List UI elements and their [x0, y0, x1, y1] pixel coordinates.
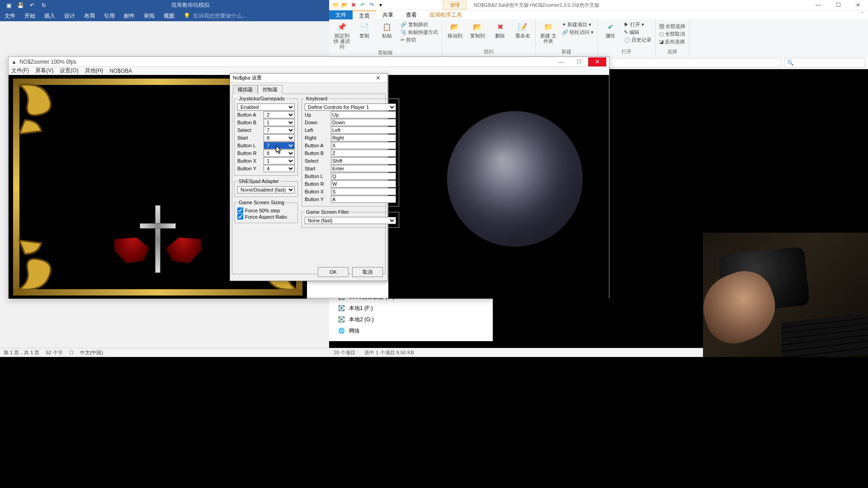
copyto-button[interactable]: 📂复制到: [468, 21, 486, 38]
kb-select-input[interactable]: [331, 157, 396, 164]
open-button[interactable]: ▶ 打开 ▾: [624, 21, 644, 28]
invert-selection-button[interactable]: ◪ 反向选择: [659, 38, 685, 45]
joy-button b-select[interactable]: 1: [264, 119, 295, 126]
explorer-share-tab[interactable]: 共享: [376, 10, 400, 19]
joy-label: Button B: [237, 120, 262, 125]
kb-button x-input[interactable]: [331, 188, 396, 195]
ribbon-collapse-icon[interactable]: ˄: [856, 10, 868, 19]
undo-icon[interactable]: ↶: [28, 1, 36, 9]
newfolder-button[interactable]: 📁新建 文件夹: [539, 21, 557, 44]
word-tab[interactable]: 插入: [40, 10, 60, 22]
word-tab[interactable]: 视图: [159, 10, 179, 22]
tab-emulator[interactable]: 模拟器: [233, 85, 258, 94]
minimize-button[interactable]: —: [552, 57, 570, 66]
explorer-apptools-tab[interactable]: 应用程序工具: [423, 10, 468, 19]
word-tell-me[interactable]: 💡 告诉我您想要做什么…: [184, 12, 247, 20]
redo-icon[interactable]: ↻: [40, 1, 48, 9]
edit-button[interactable]: ✎ 编辑: [624, 29, 639, 36]
drive-item[interactable]: 💽本地2 (G:): [329, 314, 493, 325]
close-button[interactable]: ✕: [848, 0, 868, 10]
joystick-enabled-select[interactable]: Enabled: [237, 103, 295, 111]
menu-nogba[interactable]: NO$GBA: [109, 68, 132, 74]
delete-icon[interactable]: ✖: [350, 1, 357, 9]
easy-access-button[interactable]: 🔗 轻松访问 ▾: [562, 29, 594, 36]
status-words: 52 个字: [46, 349, 62, 356]
screen-filter-legend: Game Screen Filter: [305, 209, 350, 215]
joy-button r-select[interactable]: 8: [264, 150, 295, 157]
copy-button[interactable]: 📄复制: [355, 21, 373, 49]
joy-start-select[interactable]: 8: [264, 134, 295, 141]
nozoomer-titlebar[interactable]: ▲ NO$Zoomer 100% 0fps — ☐ ✕: [9, 57, 609, 67]
cancel-button[interactable]: 取消: [352, 267, 383, 277]
force-aspect-checkbox[interactable]: Force Aspect Ratio: [237, 214, 295, 220]
snespad-select[interactable]: None/Disabled (fast): [237, 186, 295, 193]
define-controls-select[interactable]: Define Controls for Player 1: [305, 103, 396, 111]
kb-button l-input[interactable]: [331, 173, 396, 180]
joy-label: Start: [237, 135, 262, 141]
select-none-button[interactable]: ▢ 全部取消: [659, 31, 685, 38]
cut-button[interactable]: ✂ 剪切: [401, 37, 416, 43]
moveto-icon: 📂: [449, 21, 460, 32]
properties-button[interactable]: ✔属性: [601, 21, 619, 43]
kb-right-input[interactable]: [331, 134, 396, 141]
menu-other[interactable]: 其他(H): [85, 67, 104, 75]
joy-button y-select[interactable]: 4: [264, 165, 295, 172]
word-tab[interactable]: 文件: [0, 10, 20, 22]
copy-path-button[interactable]: 🔗 复制路径: [401, 21, 428, 28]
kb-left-input[interactable]: [331, 127, 396, 134]
kb-button r-input[interactable]: [331, 180, 396, 188]
screen-filter-select[interactable]: None (fast): [305, 217, 396, 224]
explorer-file-tab[interactable]: 文件: [329, 10, 353, 19]
tab-controller[interactable]: 控制器: [258, 85, 283, 94]
kb-button b-input[interactable]: [331, 150, 396, 157]
dialog-close-button[interactable]: ✕: [371, 75, 385, 81]
kb-up-input[interactable]: [331, 111, 396, 118]
minimize-button[interactable]: —: [808, 0, 828, 10]
maximize-button[interactable]: ☐: [570, 57, 588, 66]
paste-shortcut-button[interactable]: 📎 粘贴快捷方式: [401, 29, 438, 36]
menu-file[interactable]: 文件(F): [11, 67, 29, 75]
pin-button[interactable]: 📌固定到快 速访问: [333, 21, 351, 49]
joy-button l-select[interactable]: 7: [264, 142, 295, 149]
word-tab[interactable]: 布局: [80, 10, 99, 22]
word-tab[interactable]: 邮件: [119, 10, 139, 22]
drive-item[interactable]: 💽本地1 (F:): [329, 303, 493, 314]
delete-button[interactable]: ✖删除: [491, 21, 509, 38]
kb-down-input[interactable]: [331, 119, 396, 126]
ok-button[interactable]: OK: [318, 267, 349, 277]
kb-button y-input[interactable]: [331, 196, 396, 203]
word-tab[interactable]: 开始: [20, 10, 40, 22]
joy-button x-select[interactable]: 1: [264, 157, 295, 164]
paste-button[interactable]: 📋粘贴: [378, 21, 396, 49]
explorer-home-tab[interactable]: 主页: [353, 10, 376, 19]
bulb-icon: 💡: [184, 13, 190, 19]
joy-select-select[interactable]: 7: [264, 127, 295, 134]
maximize-button[interactable]: ☐: [828, 0, 848, 10]
word-tab[interactable]: 设计: [60, 10, 80, 22]
word-tab[interactable]: 引用: [99, 10, 119, 22]
kb-button a-input[interactable]: [331, 142, 396, 149]
folder-open-icon[interactable]: 📂: [341, 1, 348, 9]
select-all-button[interactable]: ▦ 全部选择: [659, 23, 685, 30]
menu-screen[interactable]: 屏幕(V): [35, 67, 53, 75]
moveto-button[interactable]: 📂移动到: [446, 21, 464, 38]
word-tab[interactable]: 审阅: [139, 10, 159, 22]
qat-more-icon[interactable]: ▾: [377, 1, 384, 9]
new-item-button[interactable]: ✦ 新建项目 ▾: [562, 21, 591, 28]
force-50-checkbox[interactable]: Force 50% step: [237, 207, 295, 213]
explorer-view-tab[interactable]: 查看: [400, 10, 423, 19]
close-button[interactable]: ✕: [588, 57, 606, 66]
joy-button a-select[interactable]: 2: [264, 111, 295, 118]
save-icon[interactable]: 💾: [16, 1, 24, 9]
undo-icon[interactable]: ↶: [359, 1, 366, 9]
webcam-overlay: [703, 233, 868, 357]
dialog-titlebar[interactable]: No$gba 设置 ✕: [230, 74, 387, 83]
network-item[interactable]: 🌐网络: [329, 325, 493, 337]
rename-button[interactable]: 📝重命名: [514, 21, 532, 38]
redo-icon[interactable]: ↷: [368, 1, 375, 9]
menu-settings[interactable]: 设置(O): [60, 67, 78, 75]
explorer-contextual-tab[interactable]: 管理: [443, 1, 467, 9]
explorer-search[interactable]: 🔍: [784, 58, 865, 68]
kb-start-input[interactable]: [331, 165, 396, 172]
history-button[interactable]: 🕘 历史记录: [624, 37, 651, 43]
